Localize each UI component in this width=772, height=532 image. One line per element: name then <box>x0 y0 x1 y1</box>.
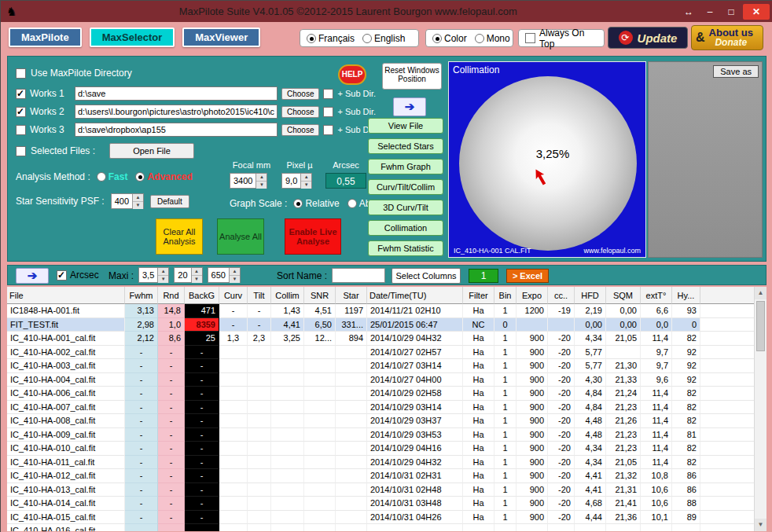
table-row[interactable]: IC_410-HA-016_cal.fit--- <box>7 524 754 531</box>
display-mode-option-color[interactable]: Color <box>432 33 467 44</box>
collimation-button[interactable]: Collimation <box>368 220 443 236</box>
column-header-cc[interactable]: cc.. <box>548 287 575 304</box>
3d-curv-tilt-button[interactable]: 3D Curv/Tilt <box>368 200 443 215</box>
analysis-method-option-fast[interactable]: Fast <box>97 171 128 182</box>
table-row[interactable]: IC1848-HA-001.fit3,1314,8471--1,434,5111… <box>7 304 754 318</box>
maxi-spinner-3[interactable]: 650▲▼ <box>208 267 241 283</box>
spinner-down-icon[interactable]: ▼ <box>230 276 240 283</box>
clear-all-analysis-button[interactable]: Clear All Analysis <box>156 218 203 255</box>
enable-live-analyse-button[interactable]: Enable Live Analyse <box>285 218 341 255</box>
spinner-up-icon[interactable]: ▲ <box>158 268 168 276</box>
analysis-method-option-advanced[interactable]: Advanced <box>135 171 192 182</box>
column-header-filter[interactable]: Filter <box>463 287 494 304</box>
help-button[interactable]: HELP <box>338 64 366 85</box>
about-donate-button[interactable]: & About us Donate <box>691 25 763 50</box>
use-directory-checkbox[interactable] <box>16 68 26 79</box>
table-row[interactable]: IC_410-HA-014_cal.fit---2014/10/31 03H48… <box>7 497 754 511</box>
selected-files-checkbox[interactable] <box>16 146 26 156</box>
column-header-expo[interactable]: Expo <box>517 287 548 304</box>
reset-windows-position-button[interactable]: Reset Windows Position <box>382 63 442 90</box>
resize-arrows-icon[interactable]: ↔ <box>679 4 698 20</box>
view-file-button[interactable]: View File <box>368 118 443 134</box>
nav-tab-maxselector[interactable]: MaxSelector <box>90 28 175 47</box>
scroll-up-icon[interactable]: ▲ <box>755 287 766 299</box>
column-header-extt[interactable]: extT° <box>641 287 672 304</box>
close-button[interactable]: ✕ <box>743 4 770 20</box>
display-mode-option-mono[interactable]: Mono <box>475 33 510 44</box>
works-2-choose-button[interactable]: Choose <box>281 106 319 118</box>
filter-arrow-button[interactable]: ➔ <box>16 268 49 284</box>
works-3-checkbox[interactable] <box>16 125 26 135</box>
table-row[interactable]: IC_410-HA-013_cal.fit---2014/10/31 02H48… <box>7 483 754 497</box>
column-header-rnd[interactable]: Rnd <box>158 287 185 304</box>
table-row[interactable]: IC_410-HA-001_cal.fit2,128,6251,32,33,25… <box>7 332 754 346</box>
minimize-button[interactable]: – <box>700 4 719 20</box>
focal-spinner[interactable]: 3400 ▲ ▼ <box>230 173 267 189</box>
select-columns-button[interactable]: Select Columns <box>392 268 461 284</box>
fwhm-statistic-button[interactable]: Fwhm Statistic <box>368 240 443 256</box>
spinner-up-icon[interactable]: ▲ <box>192 268 202 276</box>
maxi-spinner-2[interactable]: 20▲▼ <box>174 267 202 283</box>
column-header-backg[interactable]: BackG <box>185 287 219 304</box>
works-1-checkbox[interactable] <box>16 89 26 99</box>
open-file-button[interactable]: Open File <box>109 143 194 159</box>
vertical-scrollbar[interactable]: ▲ ▼ <box>754 287 766 531</box>
excel-export-button[interactable]: > Excel <box>506 269 549 283</box>
sort-name-input[interactable] <box>332 268 385 283</box>
column-header-curv[interactable]: Curv <box>219 287 248 304</box>
graph-scale-option-relative[interactable]: Relative <box>293 198 339 209</box>
column-header-sqm[interactable]: SQM <box>606 287 641 304</box>
spinner-down-icon[interactable]: ▼ <box>158 276 168 283</box>
spinner-down-icon[interactable]: ▼ <box>256 182 267 189</box>
works-2-path-input[interactable] <box>75 105 278 119</box>
column-header-date-time-tu[interactable]: Date/Time(TU) <box>367 287 463 304</box>
always-on-top-checkbox[interactable] <box>525 33 535 43</box>
works-1-path-input[interactable] <box>75 86 278 101</box>
spinner-down-icon[interactable]: ▼ <box>301 182 311 189</box>
column-header-fwhm[interactable]: Fwhm <box>125 287 158 304</box>
table-row[interactable]: IC_410-HA-006_cal.fit---2014/10/29 02H58… <box>7 387 754 401</box>
table-row[interactable]: IC_410-HA-004_cal.fit---2014/10/27 04H00… <box>7 373 754 387</box>
spinner-down-icon[interactable]: ▼ <box>133 202 143 209</box>
default-button[interactable]: Default <box>150 195 189 208</box>
column-header-file[interactable]: File <box>7 287 125 304</box>
language-option-english[interactable]: English <box>362 33 405 44</box>
works-2-checkbox[interactable] <box>16 107 26 117</box>
save-as-button[interactable]: Save as <box>713 65 759 78</box>
table-row[interactable]: IC_410-HA-012_cal.fit---2014/10/31 02H31… <box>7 469 754 483</box>
column-header-snr[interactable]: SNR <box>304 287 336 304</box>
works-2-subdir-checkbox[interactable] <box>323 107 333 117</box>
spinner-down-icon[interactable]: ▼ <box>192 276 202 283</box>
table-row[interactable]: IC_410-HA-002_cal.fit---2014/10/27 02H57… <box>7 346 754 360</box>
nav-tab-maxviewer[interactable]: MaxViewer <box>182 28 260 47</box>
arcsec-checkbox[interactable] <box>57 270 67 281</box>
column-header-tilt[interactable]: Tilt <box>248 287 271 304</box>
table-row[interactable]: IC_410-HA-009_cal.fit---2014/10/29 03H53… <box>7 428 754 442</box>
analyse-all-button[interactable]: Analyse All <box>217 218 264 255</box>
column-header-star[interactable]: Star <box>336 287 367 304</box>
table-row[interactable]: IC_410-HA-008_cal.fit---2014/10/29 03H37… <box>7 414 754 428</box>
transfer-arrow-button[interactable]: ➔ <box>393 97 426 116</box>
scroll-down-icon[interactable]: ▼ <box>755 519 766 531</box>
works-1-subdir-checkbox[interactable] <box>323 89 333 99</box>
maxi-spinner-1[interactable]: 3,5▲▼ <box>138 267 169 283</box>
update-button[interactable]: ⟳ Update <box>608 27 688 49</box>
works-3-choose-button[interactable]: Choose <box>281 124 319 136</box>
table-row[interactable]: IC_410-HA-015_cal.fit---2014/10/31 04H26… <box>7 511 754 525</box>
psf-spinner[interactable]: 400 ▲ ▼ <box>111 193 144 209</box>
scrollbar-thumb[interactable] <box>756 301 765 351</box>
table-row[interactable]: IC_410-HA-011_cal.fit---2014/10/29 04H32… <box>7 456 754 470</box>
table-row[interactable]: IC_410-HA-003_cal.fit---2014/10/27 03H14… <box>7 359 754 373</box>
works-3-path-input[interactable] <box>75 123 278 137</box>
column-header-bin[interactable]: Bin <box>494 287 517 304</box>
fwhm-graph-button[interactable]: Fwhm Graph <box>368 159 443 174</box>
curv-tilt-collim-button[interactable]: Curv/Tilt/Collim <box>368 179 443 195</box>
pixel-spinner[interactable]: 9,0 ▲ ▼ <box>281 173 312 189</box>
column-header-collim[interactable]: Collim <box>271 287 304 304</box>
column-header-hy[interactable]: Hy... <box>672 287 700 304</box>
maximize-button[interactable]: □ <box>722 4 741 20</box>
table-row[interactable]: IC_410-HA-007_cal.fit---2014/10/29 03H14… <box>7 401 754 415</box>
table-row[interactable]: FIT_TEST.fit2,981,08359--4,416,50331...2… <box>7 318 754 332</box>
spinner-up-icon[interactable]: ▲ <box>230 268 240 276</box>
spinner-up-icon[interactable]: ▲ <box>133 194 143 202</box>
